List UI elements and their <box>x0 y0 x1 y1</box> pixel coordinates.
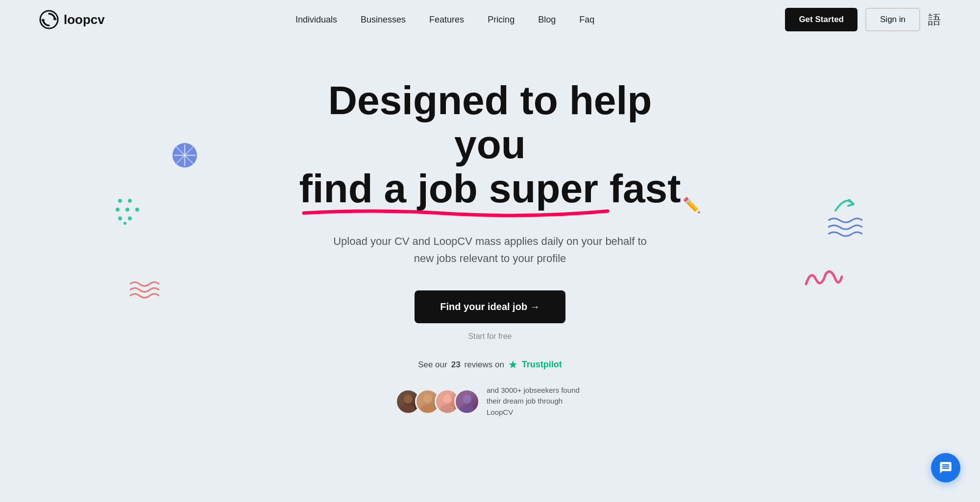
users-row: and 3000+ jobseekers found their dream j… <box>395 385 585 418</box>
users-text: and 3000+ jobseekers found their dream j… <box>487 385 585 418</box>
deco-scribble-pink <box>804 264 843 296</box>
hero-title-line2: find a job super fast ✏️ <box>299 167 681 217</box>
trustpilot-count: 23 <box>451 360 461 370</box>
trustpilot-row: See our 23 reviews on ★ Trustpilot <box>418 359 562 371</box>
nav-actions: Get Started Sign in 語 <box>785 8 941 31</box>
chat-icon <box>939 461 953 475</box>
nav-item-businesses[interactable]: Businesses <box>361 15 406 25</box>
svg-point-23 <box>460 405 474 414</box>
svg-point-3 <box>118 199 122 203</box>
hero-title: Designed to help you find a job super fa… <box>299 78 681 218</box>
navbar: loopcv Individuals Businesses Features P… <box>0 0 980 39</box>
hero-title-line1: Designed to help you <box>328 78 652 167</box>
nav-links: Individuals Businesses Features Pricing … <box>295 15 594 25</box>
logo[interactable]: loopcv <box>39 10 105 29</box>
nav-item-features[interactable]: Features <box>429 15 464 25</box>
sign-in-button[interactable]: Sign in <box>865 8 920 31</box>
hero-section: Designed to help you find a job super fa… <box>0 39 980 447</box>
deco-waves-blue <box>828 215 862 242</box>
get-started-button[interactable]: Get Started <box>785 8 858 31</box>
avatar-group <box>395 389 480 414</box>
avatar-4 <box>454 389 480 414</box>
chat-bubble-button[interactable] <box>931 453 960 482</box>
nav-item-individuals[interactable]: Individuals <box>295 15 337 25</box>
nav-item-faq[interactable]: Faq <box>579 15 594 25</box>
svg-point-19 <box>421 405 435 414</box>
svg-point-7 <box>135 208 139 212</box>
svg-point-18 <box>423 395 432 404</box>
svg-point-20 <box>443 395 452 404</box>
deco-dots-green <box>115 196 140 227</box>
svg-point-6 <box>125 208 129 212</box>
svg-point-22 <box>463 395 471 404</box>
svg-point-4 <box>128 199 132 203</box>
deco-waves-pink <box>130 279 159 301</box>
svg-point-17 <box>401 405 415 414</box>
find-job-button[interactable]: Find your ideal job → <box>415 290 565 323</box>
deco-arrow-teal <box>831 191 858 220</box>
language-icon[interactable]: 語 <box>928 11 941 28</box>
deco-circle-blue <box>172 142 198 171</box>
svg-point-9 <box>128 216 132 220</box>
trustpilot-reviews-text: reviews on <box>465 360 504 370</box>
svg-point-10 <box>123 222 126 225</box>
start-free-text: Start for free <box>468 332 512 341</box>
trustpilot-logo[interactable]: Trustpilot <box>522 359 562 370</box>
svg-line-15 <box>176 147 193 164</box>
hero-subtitle: Upload your CV and LoopCV mass applies d… <box>333 233 647 267</box>
svg-point-21 <box>441 405 454 414</box>
logo-icon <box>39 10 59 29</box>
svg-point-5 <box>116 208 120 212</box>
pencil-icon: ✏️ <box>683 197 701 213</box>
trustpilot-star-icon: ★ <box>508 359 518 371</box>
trustpilot-see-text: See our <box>418 360 447 370</box>
svg-point-8 <box>118 216 122 220</box>
svg-line-14 <box>176 147 193 164</box>
nav-item-blog[interactable]: Blog <box>538 15 556 25</box>
svg-point-16 <box>404 395 413 404</box>
nav-item-pricing[interactable]: Pricing <box>488 15 514 25</box>
logo-text: loopcv <box>64 12 105 27</box>
svg-point-11 <box>172 143 197 167</box>
